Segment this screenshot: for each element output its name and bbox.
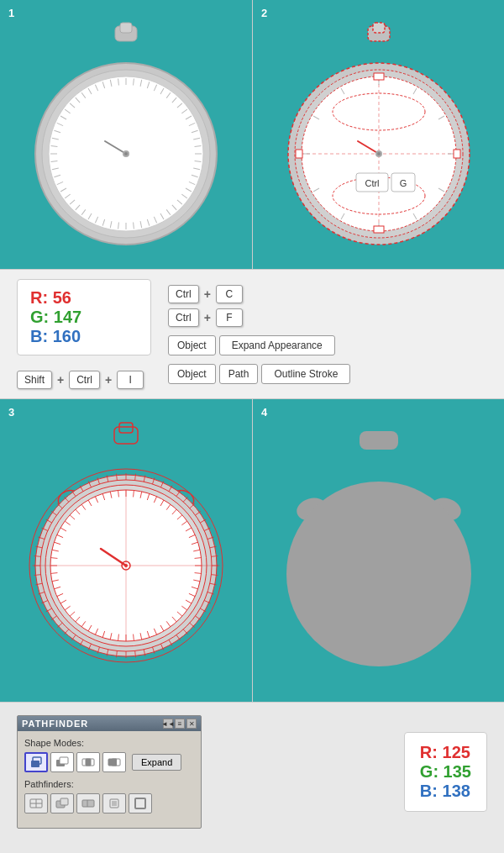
shortcut-ctrl-f: Ctrl + F (168, 308, 487, 327)
svg-rect-71 (373, 23, 385, 33)
menu-row-expand: Object Expand Appearance (168, 335, 487, 355)
panel-2: 2 (252, 0, 504, 269)
panel-close-btn[interactable]: ✕ (186, 719, 197, 729)
panel-body: Shape Modes: Expand Pathfinders: (18, 731, 201, 820)
svg-rect-94 (374, 73, 384, 80)
i-key[interactable]: I (117, 371, 144, 389)
minus-front-btn[interactable] (50, 752, 74, 772)
svg-rect-96 (296, 150, 302, 158)
svg-rect-105 (114, 427, 138, 444)
color2-r: R: 125 (420, 743, 471, 762)
panel-menu-btn[interactable]: ≡ (175, 719, 185, 729)
panel-collapse-btn[interactable]: ◄◄ (163, 719, 173, 729)
svg-point-99 (377, 152, 381, 155)
color-display-2: R: 125 G: 135 B: 138 (404, 732, 487, 812)
svg-rect-239 (360, 431, 398, 450)
expand-appearance-btn[interactable]: Expand Appearance (219, 335, 335, 355)
svg-text:Ctrl: Ctrl (365, 178, 379, 188)
svg-point-69 (124, 152, 128, 155)
stopwatch-2: Ctrl + G (282, 19, 475, 250)
object-menu-1[interactable]: Object (168, 335, 216, 355)
trim-btn[interactable] (50, 793, 74, 814)
svg-rect-97 (454, 150, 460, 158)
panel-number-2: 2 (261, 7, 267, 19)
stopwatch-4 (286, 427, 471, 674)
ctrl-key-2[interactable]: Ctrl (168, 285, 199, 303)
svg-text:G: G (399, 178, 407, 188)
unite-btn[interactable] (24, 752, 48, 772)
merge-btn[interactable] (76, 793, 100, 814)
svg-rect-106 (119, 423, 133, 433)
object-menu-2[interactable]: Object (168, 364, 216, 384)
crop-btn[interactable] (102, 793, 126, 814)
right-shortcuts: Ctrl + C Ctrl + F Object Expand Appearan… (168, 285, 487, 384)
outline-stroke-btn[interactable]: Outline Stroke (261, 364, 350, 384)
ctrl-key-1[interactable]: Ctrl (69, 371, 100, 389)
color-b-value: B: 160 (30, 327, 138, 346)
c-key[interactable]: C (216, 285, 243, 303)
svg-rect-258 (82, 800, 94, 807)
svg-point-238 (124, 564, 128, 567)
svg-rect-1 (120, 23, 132, 33)
pathfinders-row (24, 793, 194, 814)
panel-title: PATHFINDER (22, 719, 88, 729)
svg-rect-262 (135, 798, 145, 808)
panel-4: 4 (252, 399, 504, 702)
color2-b: B: 138 (420, 782, 471, 801)
panel-number-1: 1 (8, 7, 14, 19)
stopwatch-1 (29, 19, 223, 250)
panel-1: 1 (0, 0, 252, 269)
shape-modes-label: Shape Modes: (24, 738, 194, 748)
divide-btn[interactable] (24, 793, 48, 814)
panel-3: 3 (0, 399, 252, 702)
svg-rect-261 (112, 801, 117, 806)
exclude-btn[interactable] (102, 752, 126, 772)
expand-button[interactable]: Expand (132, 754, 181, 771)
svg-rect-252 (112, 759, 117, 766)
intersect-btn[interactable] (76, 752, 100, 772)
pathfinder-panel: PATHFINDER ◄◄ ≡ ✕ Shape Modes: (17, 715, 202, 829)
outline-btn[interactable] (129, 793, 152, 814)
svg-rect-246 (60, 757, 68, 764)
shift-key[interactable]: Shift (17, 371, 52, 389)
color2-g: G: 135 (420, 762, 471, 782)
pathfinders-label: Pathfinders: (24, 779, 194, 789)
panel-controls: ◄◄ ≡ ✕ (163, 719, 197, 729)
middle-section: R: 56 G: 147 B: 160 Shift + Ctrl + I Ctr… (0, 269, 504, 399)
path-menu[interactable]: Path (219, 364, 259, 384)
bottom-section: PATHFINDER ◄◄ ≡ ✕ Shape Modes: (0, 702, 504, 853)
f-key[interactable]: F (216, 308, 243, 327)
color-r-value: R: 56 (30, 288, 138, 308)
panel-titlebar: PATHFINDER ◄◄ ≡ ✕ (18, 716, 201, 731)
svg-rect-249 (86, 759, 91, 766)
svg-rect-257 (60, 798, 68, 805)
menu-row-outline: Object Path Outline Stroke (168, 364, 487, 384)
shortcut-shift-ctrl-i: Shift + Ctrl + I (17, 371, 151, 389)
panel-number-4: 4 (261, 406, 267, 419)
stopwatch-3 (25, 419, 227, 682)
shape-modes: Expand (24, 752, 194, 772)
color-g-value: G: 147 (30, 308, 138, 327)
panel-number-3: 3 (8, 406, 14, 419)
ctrl-key-3[interactable]: Ctrl (168, 308, 199, 327)
svg-point-242 (286, 482, 471, 666)
color-display-1: R: 56 G: 147 B: 160 (17, 279, 151, 355)
shortcut-ctrl-c: Ctrl + C (168, 285, 487, 303)
svg-rect-95 (374, 226, 384, 233)
